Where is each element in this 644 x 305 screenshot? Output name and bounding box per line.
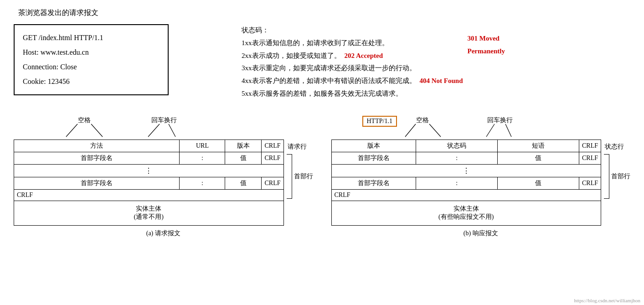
colon-cell2: : [180,177,225,189]
request-line-label: 请求行 [288,143,307,151]
response-row1: 版本 状态码 短语 CRLF [331,140,601,152]
request-line-3: Connection: Close [23,60,160,74]
status-404: 404 Not Found [420,75,463,88]
svg-line-4 [148,124,160,137]
response-table: 版本 状态码 短语 CRLF 首部字段名 : 值 CRLF ⋮ [331,140,602,226]
request-entity-row: 实体主体 (通常不用) [14,201,284,225]
colon-cell-r2: : [416,177,498,189]
svg-text:回车换行: 回车换行 [487,117,513,124]
version-cell-r: 版本 [331,140,416,152]
request-annotation-svg: 空格 回车换行 [14,116,313,140]
field-name-cell-r2: 首部字段名 [331,177,416,189]
crlf-cell-r3: CRLF [579,177,601,189]
page-title: 茶浏览器发出的请求报文 [18,8,630,18]
request-line-4: Cookie: 123456 [23,74,160,89]
value-cell-r2: 值 [498,177,579,189]
request-line-2: Host: www.test.edu.cn [23,45,160,60]
response-diagram: HTTP/1.1 空格 回车换行 版本 状态码 短语 C [331,116,631,238]
request-diagram: 空格 回车换行 方法 URL 版本 [14,116,313,238]
request-table: 方法 URL 版本 CRLF 首部字段名 : 值 CRLF [14,140,284,226]
request-line-1: GET /index.html HTTP/1.1 [23,31,160,45]
request-row4: 首部字段名 : 值 CRLF [14,177,284,189]
request-dots-row: ⋮ [14,164,284,177]
response-row4: 首部字段名 : 值 CRLF [331,177,601,189]
status-code-cell: 状态码 [416,140,498,152]
response-row2: 首部字段名 : 值 CRLF [331,152,601,164]
svg-text:回车换行: 回车换行 [151,117,177,124]
url-cell: URL [180,140,225,152]
svg-line-5 [169,124,175,137]
version-cell: 版本 [225,140,262,152]
value-cell-r1: 值 [498,152,579,164]
request-diagram-label: (a) 请求报文 [146,229,180,238]
crlf-cell1: CRLF [262,140,283,152]
status-5xx: 5xx表示服务器的差错，如服务器失效无法完成请求。 [242,88,463,100]
method-cell: 方法 [14,140,180,152]
response-diagram-label: (b) 响应报文 [464,229,498,238]
value-cell1: 值 [225,152,262,164]
crlf-cell3: CRLF [262,177,283,189]
status-codes-section: 状态码： 1xx表示通知信息的，如请求收到了或正在处理。 2xx表示成功，如接受… [242,24,630,100]
crlf-cell-r1: CRLF [579,140,601,152]
request-crlf-row: CRLF [14,189,284,201]
status-3xx: 3xx表示重定向，如要完成请求还必须采取进一步的行动。 [242,62,463,75]
response-header-label: 首部行 [611,172,630,181]
svg-line-11 [505,124,511,137]
crlf-cell2: CRLF [262,152,283,164]
response-crlf-row: CRLF [331,189,601,201]
value-cell2: 值 [225,177,262,189]
status-label: 状态码： [242,24,463,37]
status-4xx: 4xx表示客户的差错，如请求中有错误的语法或不能完成。 404 Not Foun… [242,75,463,88]
svg-text:空格: 空格 [78,117,91,124]
request-row1: 方法 URL 版本 CRLF [14,140,284,152]
response-dots-row: ⋮ [331,164,601,177]
status-301-line1: 301 Moved [468,32,505,45]
request-row2: 首部字段名 : 值 CRLF [14,152,284,164]
field-name-cell-r1: 首部字段名 [331,152,416,164]
status-301-container: 301 Moved Permanently [468,32,505,58]
status-301-line2: Permanently [468,45,505,58]
request-header-label: 首部行 [294,172,313,181]
svg-line-2 [91,124,103,137]
colon-cell1: : [180,152,225,164]
http-badge: HTTP/1.1 [362,116,397,127]
status-2xx: 2xx表示成功，如接受或知道了。 202 Accepted [242,50,463,62]
request-message-box: GET /index.html HTTP/1.1 Host: www.test.… [14,24,169,95]
svg-line-10 [486,124,495,137]
field-name-cell2: 首部字段名 [14,177,180,189]
status-202: 202 Accepted [345,50,383,62]
colon-cell-r1: : [416,152,498,164]
svg-text:空格: 空格 [416,117,429,124]
watermark: https://blog.csdn.net/williamjhon [574,298,640,303]
status-1xx: 1xx表示通知信息的，如请求收到了或正在处理。 [242,37,463,50]
svg-line-7 [405,124,416,137]
response-entity-row: 实体主体 (有些响应报文不用) [331,201,601,225]
crlf-cell-r2: CRLF [579,152,601,164]
response-status-line-label: 状态行 [605,143,624,151]
field-name-cell1: 首部字段名 [14,152,180,164]
phrase-cell: 短语 [498,140,579,152]
svg-line-1 [66,124,77,137]
svg-line-8 [429,124,441,137]
